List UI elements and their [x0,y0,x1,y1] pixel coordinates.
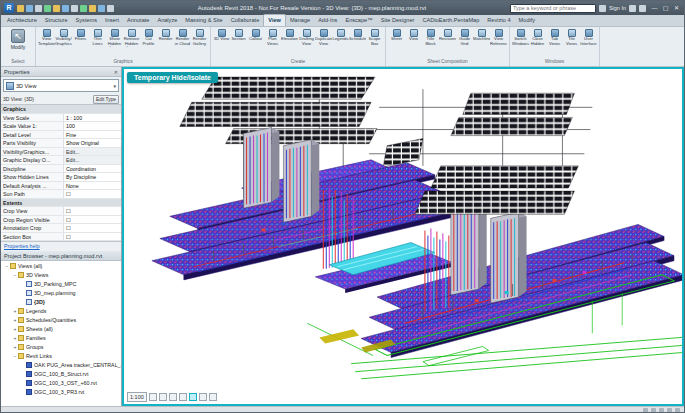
tree-item[interactable]: + Legends [1,306,121,315]
ribbon-tab[interactable]: Architecture [3,15,41,26]
property-row[interactable]: Crop View ☐ [1,207,121,216]
property-row[interactable]: Crop Region Visible ☐ [1,216,121,225]
ribbon-button[interactable]: Schedules [349,28,366,47]
design-options-icon[interactable] [651,408,656,413]
ribbon-button[interactable]: Title Block [422,28,439,47]
thin-lines-icon[interactable] [107,5,114,12]
property-value[interactable]: ☐ [63,224,121,232]
property-value[interactable]: ☐ [63,216,121,224]
tree-item[interactable]: + Sheets (all) [1,324,121,333]
ribbon-button[interactable]: Close Hidden [529,28,546,47]
property-row[interactable]: Parts Visibility Show Original [1,139,121,148]
ribbon-tab[interactable]: Massing & Site [181,15,226,26]
tree-item[interactable]: + Families [1,333,121,342]
ribbon-button[interactable]: Legends [332,28,349,47]
tree-item[interactable]: − Views (all) [1,261,121,270]
property-value[interactable]: Coordination [63,165,121,173]
ribbon-tab[interactable]: Analyze [153,15,181,26]
ribbon-button[interactable]: Render [157,28,174,47]
property-value[interactable]: ☐ [63,190,121,198]
ribbon-tab[interactable]: Modify [515,15,539,26]
tree-item[interactable]: OGC_100_3_OST_+60.rvt [1,378,121,387]
ribbon-tab[interactable]: Systems [72,15,101,26]
measure-icon[interactable] [71,5,78,12]
property-value[interactable]: 1 : 100 [63,114,121,122]
ribbon-button[interactable]: Drafting View [298,28,315,47]
ribbon-button[interactable]: Matchline [473,28,490,47]
properties-palette-header[interactable]: Properties ✕ [1,67,121,77]
ribbon-button[interactable]: Section [230,28,247,47]
worksets-icon[interactable] [643,408,648,413]
ribbon-button[interactable]: User Interface [580,28,597,47]
ribbon-button[interactable]: Cut Profile [140,28,157,47]
crop-view-icon[interactable] [179,393,187,401]
property-row[interactable]: Detail Level Fine [1,131,121,140]
property-row[interactable]: Graphics [1,105,121,114]
tree-item[interactable]: 3D_mep.planning [1,288,121,297]
ribbon-tab[interactable]: Insert [101,15,123,26]
print-icon[interactable] [62,5,69,12]
property-row[interactable]: Sun Path ☐ [1,190,121,199]
shadows-icon[interactable] [169,393,177,401]
filter-icon[interactable] [675,408,680,413]
ribbon-button[interactable]: Duplicate View [315,28,332,47]
reveal-hidden-icon[interactable] [199,393,207,401]
project-browser-header[interactable]: Project Browser - mep.planning.mod.rvt [1,251,121,261]
temporary-hide-isolate-icon[interactable] [189,393,197,401]
tree-item[interactable]: OAK PUG_Area tracker_CENTRAL_+L.rvt [1,360,121,369]
ribbon-tab[interactable]: View [263,14,286,26]
tree-item[interactable]: OGC_100_B_Struct.rvt [1,369,121,378]
ribbon-button[interactable]: View [405,28,422,47]
property-row[interactable]: Section Box ☐ [1,233,121,242]
ribbon-button[interactable]: Render Gallery [191,28,208,47]
open-icon[interactable] [17,5,24,12]
ribbon-button[interactable]: Switch Windows [512,28,529,47]
ribbon-tab[interactable]: Add-Ins [314,15,341,26]
type-selector[interactable]: 3D View ▾ [3,79,119,92]
revit-logo-icon[interactable]: R [4,3,14,13]
exclude-options-icon[interactable] [659,408,664,413]
editable-only-icon[interactable] [667,408,672,413]
ribbon-button[interactable]: 3D View [213,28,230,47]
view-scale-control[interactable]: 1:100 [127,392,147,402]
property-value[interactable]: Show Original [63,139,121,147]
visual-style-icon[interactable] [149,393,157,401]
tree-item[interactable]: − 3D Views [1,270,121,279]
tree-item[interactable]: {3D} [1,297,121,306]
property-row[interactable]: Default Analysis ... None [1,182,121,191]
ribbon-tab[interactable]: Revizto 4 [483,15,514,26]
ribbon-button[interactable]: Callout [247,28,264,47]
ribbon-button[interactable]: Guide Grid [456,28,473,47]
undo-icon[interactable] [44,5,51,12]
ribbon-tab[interactable]: Annotate [123,15,153,26]
ribbon-button[interactable]: Elevation [281,28,298,47]
ribbon-tab[interactable]: Site Designer [377,15,419,26]
section-icon[interactable] [98,5,105,12]
close-icon[interactable]: ✕ [114,69,118,75]
help-icon[interactable] [639,5,646,12]
ribbon-button[interactable]: Remove Hidden Lines [123,28,140,47]
property-value[interactable]: Edit... [63,148,121,156]
ribbon-button[interactable]: Plan Views [264,28,281,47]
modify-button[interactable]: ↖ Modify [3,28,33,50]
property-row[interactable]: Scale Value 1: 100 [1,122,121,131]
search-input[interactable] [510,4,596,13]
ribbon-tab[interactable]: Enscape™ [341,15,376,26]
property-row[interactable]: Visibility/Graphics... Edit... [1,148,121,157]
model-3d[interactable] [124,69,682,404]
property-value[interactable]: By Discipline [63,173,121,181]
sun-path-icon[interactable] [159,393,167,401]
tree-item[interactable]: + Groups [1,342,121,351]
tree-item[interactable]: − Revit Links [1,351,121,360]
ribbon-button[interactable]: Visibility/ Graphics [55,28,72,47]
property-row[interactable]: View Scale 1 : 100 [1,114,121,123]
edit-type-button[interactable]: Edit Type [93,95,119,104]
ribbon-button[interactable]: Filters [72,28,89,47]
analytical-model-icon[interactable] [209,393,217,401]
tag-icon[interactable] [80,5,87,12]
ribbon-tab[interactable]: Collaborate [227,15,264,26]
ribbon-button[interactable]: Scope Box [366,28,383,47]
property-row[interactable]: Discipline Coordination [1,165,121,174]
property-value[interactable]: None [63,182,121,190]
property-value[interactable]: 100 [63,122,121,130]
